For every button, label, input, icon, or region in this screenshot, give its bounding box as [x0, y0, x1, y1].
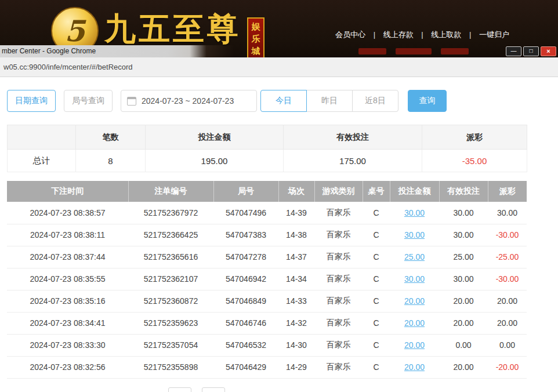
close-button[interactable]: ×: [541, 46, 556, 56]
cell-bet-amount: 20.00: [390, 290, 439, 312]
col-order-no: 注单编号: [128, 181, 213, 202]
cell-round-no: 547047496: [213, 202, 278, 224]
bet-amount-link[interactable]: 30.00: [404, 274, 425, 284]
cell-game: 百家乐: [314, 202, 363, 224]
cell-order-no: 521752367972: [128, 202, 213, 224]
summary-col-count: 笔数: [76, 125, 146, 150]
date-query-tab[interactable]: 日期查询: [7, 90, 56, 112]
cell-payout: -30.00: [488, 268, 527, 290]
summary-header-row: 笔数 投注金额 有效投注 派彩: [8, 125, 527, 150]
bet-amount-link[interactable]: 20.00: [404, 296, 425, 306]
page-url[interactable]: w05.cc:9900/infe/mcenter/#/betRecord: [0, 57, 558, 77]
cell-payout: -20.00: [488, 356, 527, 378]
cell-table-no: C: [363, 246, 390, 268]
bet-row: 2024-07-23 08:38:57 521752367972 5470474…: [7, 202, 527, 224]
cell-time: 2024-07-23 08:37:44: [7, 246, 128, 268]
cell-valid-bet: 30.00: [439, 224, 488, 246]
cell-valid-bet: 25.00: [439, 246, 488, 268]
bet-record-table: 下注时间 注单编号 局号 场次 游戏类别 桌号 投注金额 有效投注 派彩 202…: [7, 181, 527, 379]
cell-valid-bet: 0.00: [439, 334, 488, 356]
col-valid-bet: 有效投注: [439, 181, 488, 202]
col-bet-amount: 投注金额: [390, 181, 439, 202]
cell-order-no: 521752359623: [128, 312, 213, 334]
yesterday-button[interactable]: 昨日: [306, 90, 353, 112]
bet-amount-link[interactable]: 30.00: [404, 208, 425, 217]
col-game-type: 游戏类别: [314, 181, 363, 202]
round-query-tab[interactable]: 局号查询: [64, 90, 113, 112]
pagination-button[interactable]: [202, 387, 225, 392]
cell-table-no: C: [363, 224, 390, 246]
bet-amount-link[interactable]: 20.00: [404, 340, 425, 350]
summary-col-bet-amount: 投注金额: [146, 125, 284, 150]
window-controls: — □ ×: [506, 46, 556, 56]
summary-col-blank: [8, 125, 76, 150]
cell-bet-amount: 30.00: [390, 268, 439, 290]
cell-payout: 20.00: [488, 290, 527, 312]
window-titlebar[interactable]: mber Center - Google Chrome: [0, 45, 558, 57]
cell-session: 14-33: [278, 290, 314, 312]
nav-member-center[interactable]: 会员中心: [335, 30, 365, 39]
cell-payout: 20.00: [488, 312, 527, 334]
cell-order-no: 521752357054: [128, 334, 213, 356]
cell-valid-bet: 20.00: [439, 356, 488, 378]
bet-row: 2024-07-23 08:38:11 521752366425 5470473…: [7, 224, 527, 246]
today-button[interactable]: 今日: [260, 90, 307, 112]
cell-time: 2024-07-23 08:33:30: [7, 334, 128, 356]
cell-order-no: 521752362107: [128, 268, 213, 290]
summary-total-row: 总计 8 195.00 175.00 -35.00: [8, 150, 527, 172]
cell-session: 14-39: [278, 202, 314, 224]
nav-online-deposit[interactable]: 线上存款: [383, 30, 414, 39]
cell-table-no: C: [363, 268, 390, 290]
summary-total-label: 总计: [8, 150, 76, 172]
cell-time: 2024-07-23 08:38:11: [7, 224, 128, 246]
nav-one-key-transfer[interactable]: 一键归户: [479, 30, 509, 39]
cell-game: 百家乐: [314, 224, 363, 246]
cell-time: 2024-07-23 08:35:55: [7, 268, 128, 290]
cell-session: 14-32: [278, 312, 314, 334]
bet-row: 2024-07-23 08:37:44 521752365616 5470472…: [7, 246, 527, 268]
last-8-days-button[interactable]: 近8日: [352, 90, 398, 112]
cell-bet-amount: 20.00: [390, 356, 439, 378]
cell-round-no: 547046746: [213, 312, 278, 334]
cell-time: 2024-07-23 08:34:41: [7, 312, 128, 334]
cell-session: 14-34: [278, 268, 314, 290]
cell-game: 百家乐: [314, 268, 363, 290]
cell-round-no: 547047383: [213, 224, 278, 246]
browser-urlbar[interactable]: w05.cc:9900/infe/mcenter/#/betRecord: [0, 57, 558, 77]
col-table-no: 桌号: [363, 181, 390, 202]
summary-col-valid-bet: 有效投注: [284, 125, 422, 150]
cell-payout: 0.00: [488, 334, 527, 356]
bet-amount-link[interactable]: 20.00: [404, 362, 425, 372]
cell-order-no: 521752366425: [128, 224, 213, 246]
date-range-value: 2024-07-23 ~ 2024-07-23: [142, 96, 234, 106]
calendar-icon: [127, 97, 136, 106]
cell-round-no: 547046849: [213, 290, 278, 312]
cell-bet-amount: 20.00: [390, 334, 439, 356]
summary-col-payout: 派彩: [422, 125, 527, 150]
nav-separator: |: [421, 30, 423, 39]
nav-separator: |: [469, 30, 471, 39]
date-range-picker[interactable]: 2024-07-23 ~ 2024-07-23: [121, 90, 257, 112]
cell-bet-amount: 25.00: [390, 246, 439, 268]
nav-separator: |: [374, 30, 375, 39]
bet-amount-link[interactable]: 30.00: [404, 230, 425, 239]
cell-payout: 30.00: [488, 202, 527, 224]
cell-session: 14-38: [278, 224, 314, 246]
cell-order-no: 521752355898: [128, 356, 213, 378]
cell-session: 14-30: [278, 334, 314, 356]
pagination: [168, 387, 225, 392]
cell-round-no: 547046429: [213, 356, 278, 378]
bet-amount-link[interactable]: 25.00: [404, 252, 425, 262]
cell-round-no: 547046532: [213, 334, 278, 356]
pagination-button[interactable]: [168, 387, 191, 392]
maximize-button[interactable]: □: [523, 46, 539, 56]
bet-row: 2024-07-23 08:34:41 521752359623 5470467…: [7, 312, 527, 334]
cell-valid-bet: 30.00: [439, 268, 488, 290]
nav-online-withdraw[interactable]: 线上取款: [431, 30, 461, 39]
summary-payout: -35.00: [422, 150, 527, 172]
cell-valid-bet: 20.00: [439, 312, 488, 334]
minimize-button[interactable]: —: [506, 46, 521, 56]
brand-title: 九五至尊: [104, 8, 241, 50]
bet-amount-link[interactable]: 20.00: [404, 318, 425, 328]
search-button[interactable]: 查询: [408, 90, 447, 112]
